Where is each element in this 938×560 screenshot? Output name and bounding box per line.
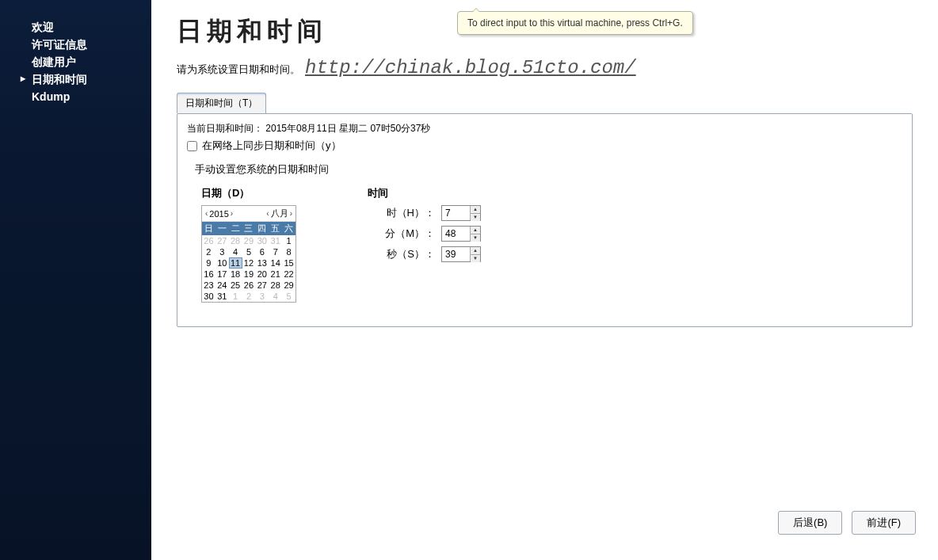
calendar-day[interactable]: 31 [215,291,229,302]
date-section-label: 日期（D） [201,186,296,200]
calendar-weekday: 三 [242,222,256,235]
calendar-day[interactable]: 15 [282,257,296,269]
sidebar-item-license[interactable]: 许可证信息 [0,36,151,54]
time-column: 时间 时（H）： ▲ ▼ 分（M）： [368,186,481,303]
manual-set-label: 手动设置您系统的日期和时间 [195,162,902,177]
calendar-day[interactable]: 26 [202,235,215,246]
calendar-day[interactable]: 25 [229,280,242,291]
calendar-day[interactable]: 30 [255,235,269,246]
calendar-day[interactable]: 12 [242,257,256,269]
calendar-day[interactable]: 28 [229,235,242,246]
calendar-day[interactable]: 1 [282,235,296,246]
hour-input[interactable] [442,206,470,220]
calendar-day[interactable]: 2 [202,246,215,257]
calendar-day[interactable]: 2 [242,291,256,302]
footer-buttons: 后退(B) 前进(F) [778,511,916,535]
calendar-day[interactable]: 28 [269,280,282,291]
back-button[interactable]: 后退(B) [778,511,842,535]
current-datetime-value: 2015年08月11日 星期二 07时50分37秒 [265,123,430,134]
sidebar-item-label: 许可证信息 [32,38,87,51]
calendar-weekday-row: 日一二三四五六 [202,222,296,235]
page-subtitle: 请为系统设置日期和时间。 [177,63,300,77]
calendar-day[interactable]: 1 [229,291,242,302]
calendar-day[interactable]: 27 [255,280,269,291]
sidebar-item-label: 创建用户 [32,55,76,68]
content-area: 日期和时间 请为系统设置日期和时间。 http://chinak.blog.51… [151,0,938,560]
calendar-day[interactable]: 3 [255,291,269,302]
sidebar-item-label: 欢迎 [32,21,54,33]
calendar-day[interactable]: 20 [255,269,269,280]
calendar-day[interactable]: 11 [229,257,242,269]
calendar-month[interactable]: 八月 [271,208,288,219]
calendar-day[interactable]: 19 [242,269,256,280]
second-up-icon[interactable]: ▲ [471,247,480,255]
month-next-icon[interactable]: › [290,209,292,218]
calendar-day[interactable]: 24 [215,280,229,291]
calendar-day[interactable]: 17 [215,269,229,280]
calendar-day[interactable]: 6 [255,246,269,257]
sidebar-item-kdump[interactable]: Kdump [0,89,151,105]
calendar-weekday: 四 [255,222,269,235]
calendar-weekday: 二 [229,222,242,235]
tab-date-time[interactable]: 日期和时间（T） [177,93,266,113]
calendar-day[interactable]: 31 [269,235,282,246]
minute-spinner[interactable]: ▲ ▼ [441,226,481,242]
calendar-day[interactable]: 16 [202,269,215,280]
minute-input[interactable] [442,227,470,241]
calendar-day[interactable]: 26 [242,280,256,291]
date-column: 日期（D） ‹ 2015 › ‹ 八月 › 日 [201,186,296,303]
calendar-day[interactable]: 29 [282,280,296,291]
sidebar-item-label: 日期和时间 [32,73,87,86]
sidebar-item-date-time[interactable]: 日期和时间 [0,71,151,89]
calendar-day[interactable]: 22 [282,269,296,280]
month-prev-icon[interactable]: ‹ [266,209,269,218]
calendar-weekday: 五 [269,222,282,235]
calendar-day[interactable]: 13 [255,257,269,269]
sync-network-row[interactable]: 在网络上同步日期和时间（y） [187,139,902,153]
calendar-day[interactable]: 8 [282,246,296,257]
calendar-day[interactable]: 29 [242,235,256,246]
minute-down-icon[interactable]: ▼ [471,234,480,242]
hour-label: 时（H）： [368,206,435,220]
hour-up-icon[interactable]: ▲ [471,206,480,214]
calendar-day[interactable]: 4 [269,291,282,302]
hour-down-icon[interactable]: ▼ [471,214,480,221]
calendar-weekday: 六 [282,222,296,235]
calendar-day[interactable]: 18 [229,269,242,280]
calendar-day[interactable]: 5 [242,246,256,257]
sidebar: 欢迎 许可证信息 创建用户 日期和时间 Kdump [0,0,151,560]
calendar-day[interactable]: 4 [229,246,242,257]
calendar-weekday: 一 [215,222,229,235]
calendar-day[interactable]: 30 [202,291,215,302]
calendar-grid: 2627282930311234567891011121314151617181… [202,235,296,302]
calendar-day[interactable]: 21 [269,269,282,280]
calendar-day[interactable]: 3 [215,246,229,257]
year-next-icon[interactable]: › [231,209,233,218]
second-input[interactable] [442,247,470,261]
calendar-day[interactable]: 27 [215,235,229,246]
tab-bar: 日期和时间（T） [177,93,938,113]
calendar-year[interactable]: 2015 [209,209,228,219]
vm-input-tooltip: To direct input to this virtual machine,… [457,11,693,35]
calendar-day[interactable]: 9 [202,257,215,269]
calendar-day[interactable]: 14 [269,257,282,269]
second-down-icon[interactable]: ▼ [471,255,480,262]
time-section-label: 时间 [368,186,481,200]
hour-spinner[interactable]: ▲ ▼ [441,205,481,221]
sidebar-item-create-user[interactable]: 创建用户 [0,54,151,71]
year-prev-icon[interactable]: ‹ [205,209,208,218]
watermark-url: http://chinak.blog.51cto.com/ [305,57,636,78]
second-spinner[interactable]: ▲ ▼ [441,246,481,262]
minute-up-icon[interactable]: ▲ [471,227,480,234]
calendar-day[interactable]: 10 [215,257,229,269]
calendar-day[interactable]: 5 [282,291,296,302]
minute-label: 分（M）： [368,227,435,241]
sync-network-label: 在网络上同步日期和时间（y） [202,139,341,153]
calendar-day[interactable]: 7 [269,246,282,257]
sync-network-checkbox[interactable] [187,141,197,151]
calendar-weekday: 日 [202,222,215,235]
sidebar-item-welcome[interactable]: 欢迎 [0,19,151,36]
current-datetime-label: 当前日期和时间： [187,123,263,134]
calendar-day[interactable]: 23 [202,280,215,291]
forward-button[interactable]: 前进(F) [852,511,916,535]
